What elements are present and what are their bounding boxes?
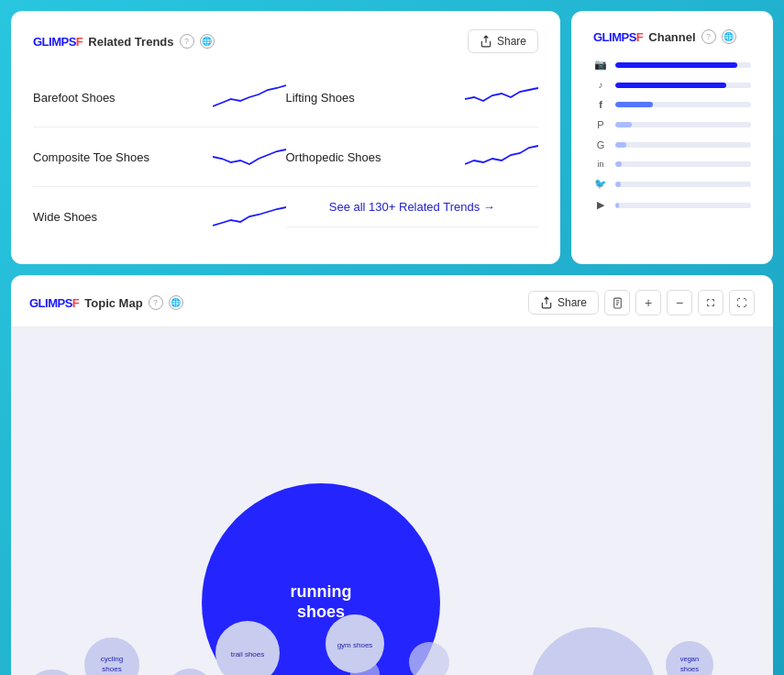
channel-title: Channel	[648, 30, 695, 44]
trend-lifting-shoes: Lifting Shoes	[286, 68, 539, 127]
trend-wide-label: Wide Shoes	[33, 210, 97, 224]
trend-composite-toe: Composite Toe Shoes	[33, 127, 286, 187]
tiktok-icon: ♪	[593, 80, 608, 90]
trend-wide-shoes: Wide Shoes	[33, 187, 286, 246]
trend-orthopedic-sparkline	[465, 140, 538, 173]
topic-map-controls: Share + −	[528, 290, 755, 315]
pinterest-bar	[615, 122, 751, 127]
topic-help-icon[interactable]: ?	[149, 295, 163, 310]
channel-help-icon[interactable]: ?	[701, 29, 716, 44]
document-icon	[612, 297, 624, 309]
google-bar	[615, 142, 751, 148]
related-trends-header-left: GLIMPSF Related Trends ? 🌐	[33, 34, 215, 49]
trend-barefoot-label: Barefoot Shoes	[33, 91, 116, 105]
trend-composite-sparkline	[213, 140, 286, 173]
fit-icon	[705, 297, 716, 308]
share-label: Share	[497, 35, 526, 48]
zoom-out-button[interactable]: −	[667, 290, 692, 315]
label-cycling-shoes: cycling	[101, 655, 123, 663]
trends-right-col: Lifting Shoes Orthopedic Shoes See all 1…	[286, 68, 539, 246]
channel-youtube: ▶	[593, 199, 751, 211]
label-running-shoes-2: shoes	[297, 603, 345, 621]
topic-share-icon	[540, 296, 553, 309]
twitter-fill	[615, 182, 621, 187]
topic-map-header-left: GLIMPSF Topic Map ? 🌐	[29, 295, 183, 310]
globe-icon[interactable]: 🌐	[200, 34, 215, 49]
topic-globe-icon[interactable]: 🌐	[169, 295, 183, 310]
channel-globe-icon[interactable]: 🌐	[722, 29, 736, 44]
topic-share-label: Share	[558, 296, 587, 309]
channel-instagram: 📷	[593, 59, 751, 71]
related-trends-header: GLIMPSF Related Trends ? 🌐 Share	[33, 29, 538, 53]
fullscreen-icon	[736, 297, 747, 308]
topic-map-card: GLIMPSF Topic Map ? 🌐 Share + −	[11, 275, 773, 675]
google-icon: G	[593, 139, 608, 150]
linkedin-bar	[615, 161, 751, 167]
label-trail-shoes: trail shoes	[231, 650, 264, 658]
topic-glimpse-logo: GLIMPSF	[29, 296, 79, 310]
document-button[interactable]	[604, 290, 630, 315]
google-fill	[615, 142, 626, 148]
facebook-fill	[615, 102, 653, 107]
zoom-in-button[interactable]: +	[635, 290, 661, 315]
label-vegan-shoes: vegan	[680, 655, 699, 663]
trend-orthopedic-label: Orthopedic Shoes	[286, 150, 381, 164]
fullscreen-button[interactable]	[729, 290, 755, 315]
trends-grid: Barefoot Shoes Composite Toe Shoes Wide …	[33, 68, 538, 246]
related-trends-card: GLIMPSF Related Trends ? 🌐 Share Barefoo…	[11, 11, 560, 264]
top-section: GLIMPSF Related Trends ? 🌐 Share Barefoo…	[11, 11, 773, 264]
channel-google: G	[593, 139, 751, 150]
channel-tiktok: ♪	[593, 80, 751, 90]
label-vegan-shoes-2: shoes	[680, 665, 699, 673]
topic-share-button[interactable]: Share	[528, 291, 599, 315]
linkedin-fill	[615, 161, 622, 167]
channel-header-left: GLIMPSF Channel ? 🌐	[593, 29, 736, 44]
bubble-track-spikes[interactable]	[166, 669, 214, 675]
instagram-icon: 📷	[593, 59, 608, 71]
trends-left-col: Barefoot Shoes Composite Toe Shoes Wide …	[33, 68, 286, 246]
topic-map-title: Topic Map	[84, 296, 142, 310]
instagram-bar	[615, 62, 751, 68]
channel-linkedin: in	[593, 160, 751, 169]
instagram-fill	[615, 62, 737, 68]
facebook-icon: f	[593, 99, 608, 110]
trend-orthopedic-shoes: Orthopedic Shoes	[286, 127, 539, 187]
topic-map-svg: running shoes work boots golf shoes asic…	[11, 327, 773, 675]
topic-map-area: running shoes work boots golf shoes asic…	[11, 327, 773, 675]
related-trends-title: Related Trends	[88, 35, 173, 49]
twitter-icon: 🐦	[593, 178, 608, 190]
tiktok-fill	[615, 83, 726, 88]
topic-map-header: GLIMPSF Topic Map ? 🌐 Share + −	[11, 275, 773, 327]
channel-rows: 📷 ♪ f P	[593, 59, 751, 211]
tiktok-bar	[615, 83, 751, 88]
glimpse-logo: GLIMPSF	[33, 35, 83, 49]
channel-card: GLIMPSF Channel ? 🌐 📷 ♪	[571, 11, 773, 264]
share-icon	[480, 35, 492, 48]
trend-barefoot-shoes: Barefoot Shoes	[33, 68, 286, 127]
trend-wide-sparkline	[213, 200, 286, 233]
bubble-work-boots[interactable]	[531, 627, 656, 675]
channel-facebook: f	[593, 99, 751, 110]
channel-twitter: 🐦	[593, 178, 751, 190]
trend-lifting-sparkline	[465, 81, 538, 114]
youtube-bar	[615, 203, 751, 208]
share-button[interactable]: Share	[468, 29, 538, 53]
twitter-bar	[615, 182, 751, 187]
facebook-bar	[615, 102, 751, 107]
help-icon[interactable]: ?	[180, 34, 194, 49]
linkedin-icon: in	[593, 160, 608, 169]
youtube-icon: ▶	[593, 199, 608, 211]
pinterest-icon: P	[593, 119, 608, 130]
see-all-button[interactable]: See all 130+ Related Trends →	[286, 187, 539, 227]
trend-lifting-label: Lifting Shoes	[286, 91, 355, 105]
youtube-fill	[615, 203, 619, 208]
bubble-football-cleats[interactable]	[23, 669, 82, 675]
channel-header: GLIMPSF Channel ? 🌐	[593, 29, 751, 44]
label-cycling-shoes-2: shoes	[102, 665, 121, 673]
channel-glimpse-logo: GLIMPSF	[593, 30, 643, 44]
pinterest-fill	[615, 122, 632, 127]
label-running-shoes: running	[291, 582, 352, 601]
fit-button[interactable]	[698, 290, 723, 315]
trend-barefoot-sparkline	[213, 81, 286, 114]
label-gym-shoes: gym shoes	[337, 641, 373, 649]
